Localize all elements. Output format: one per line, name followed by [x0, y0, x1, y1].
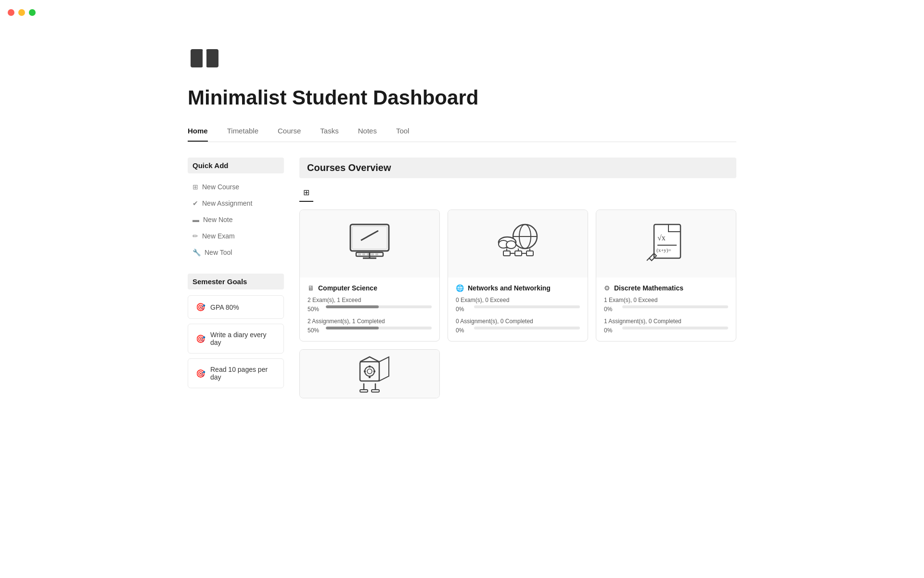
quick-add-note-label: New Note [203, 216, 232, 223]
course-net-assignments: 0 Assignment(s), 0 Completed [456, 318, 580, 325]
course-math-assignments: 1 Assignment(s), 0 Completed [604, 318, 728, 325]
svg-rect-1 [206, 49, 218, 67]
cs-assign-progress [326, 327, 432, 329]
course-card-4 [299, 349, 440, 398]
goal-reading-label: Read 10 pages per day [210, 366, 276, 381]
svg-rect-43 [372, 390, 379, 392]
svg-rect-4 [352, 226, 387, 249]
math-exams-progress [622, 305, 728, 308]
course-card-cs: 🖥 Computer Science 2 Exam(s), 1 Exceed 5… [299, 210, 440, 342]
svg-point-19 [506, 241, 516, 249]
course-math-image: √x (x+y)= [596, 210, 736, 277]
course-math-exams: 1 Exam(s), 0 Exceed [604, 297, 728, 303]
svg-line-32 [647, 258, 649, 261]
quick-add-assignment[interactable]: ✔ New Assignment [188, 196, 284, 211]
titlebar [0, 0, 924, 25]
course-cs-image [300, 210, 439, 277]
quick-add-exam-label: New Exam [202, 232, 235, 240]
sidebar: Quick Add ⊞ New Course ✔ New Assignment … [188, 158, 284, 398]
quick-add-list: ⊞ New Course ✔ New Assignment ▬ New Note… [188, 179, 284, 260]
quick-add-assignment-label: New Assignment [202, 199, 252, 207]
svg-rect-10 [371, 253, 374, 255]
quick-add-tool-label: New Tool [205, 249, 232, 256]
quick-add-course-label: New Course [202, 183, 239, 191]
svg-rect-42 [360, 390, 368, 392]
math-assign-progress [622, 327, 728, 329]
goal-reading: 🎯 Read 10 pages per day [188, 358, 284, 388]
semester-goals-list: 🎯 GPA 80% 🎯 Write a diary every day 🎯 Re… [188, 295, 284, 388]
course-cs-body: 🖥 Computer Science 2 Exam(s), 1 Exceed 5… [300, 277, 439, 341]
cs-name-icon: 🖥 [308, 284, 314, 292]
goal-reading-icon: 🎯 [196, 369, 205, 378]
goal-gpa: 🎯 GPA 80% [188, 295, 284, 319]
goal-diary-label: Write a diary every day [210, 331, 276, 346]
svg-rect-2 [203, 50, 206, 67]
goal-diary: 🎯 Write a diary every day [188, 324, 284, 354]
tab-tasks[interactable]: Tasks [320, 123, 338, 142]
close-button[interactable] [8, 9, 14, 16]
goal-gpa-label: GPA 80% [210, 303, 239, 311]
tab-notes[interactable]: Notes [358, 123, 377, 142]
quick-add-course[interactable]: ⊞ New Course [188, 179, 284, 195]
note-icon: ▬ [192, 216, 199, 223]
svg-text:√x: √x [657, 234, 666, 242]
quick-add-title: Quick Add [188, 158, 284, 173]
svg-rect-11 [375, 253, 378, 255]
math-assign-pct: 0% [604, 327, 618, 334]
math-name-icon: ⚙ [604, 284, 610, 292]
svg-rect-7 [358, 253, 361, 255]
course-math-name: Discrete Mathematics [614, 284, 683, 292]
cs-exams-pct: 50% [308, 306, 322, 313]
svg-rect-39 [373, 370, 375, 372]
course-math-body: ⚙ Discrete Mathematics 1 Exam(s), 0 Exce… [596, 277, 736, 341]
svg-rect-38 [364, 370, 366, 372]
svg-rect-22 [526, 251, 533, 256]
course-icon: ⊞ [192, 183, 198, 191]
quick-add-note[interactable]: ▬ New Note [188, 212, 284, 227]
svg-rect-21 [515, 251, 522, 256]
net-name-icon: 🌐 [456, 284, 464, 292]
main-area: Courses Overview ⊞ [299, 158, 736, 398]
quick-add-tool[interactable]: 🔧 New Tool [188, 245, 284, 260]
course-net-name: Networks and Networking [468, 284, 551, 292]
courses-grid: 🖥 Computer Science 2 Exam(s), 1 Exceed 5… [299, 210, 736, 398]
svg-point-34 [365, 367, 374, 376]
svg-rect-20 [503, 251, 510, 256]
course-card-math: √x (x+y)= ⚙ Discrete [596, 210, 736, 342]
cs-assign-pct: 50% [308, 327, 322, 334]
page-title: Minimalist Student Dashboard [188, 86, 736, 109]
quick-add-exam[interactable]: ✏ New Exam [188, 228, 284, 244]
svg-rect-0 [191, 49, 203, 67]
cs-exams-fill [326, 305, 379, 308]
svg-rect-36 [369, 366, 371, 368]
assignment-icon: ✔ [192, 199, 198, 207]
view-toggle: ⊞ [299, 186, 313, 202]
tab-home[interactable]: Home [188, 123, 208, 142]
grid-view-button[interactable]: ⊞ [299, 186, 313, 199]
net-exams-pct: 0% [456, 306, 470, 313]
goal-diary-icon: 🎯 [196, 334, 205, 343]
goal-gpa-icon: 🎯 [196, 302, 205, 312]
svg-rect-37 [369, 376, 371, 378]
svg-rect-8 [362, 253, 365, 255]
exam-icon: ✏ [192, 232, 198, 240]
tab-tool[interactable]: Tool [396, 123, 410, 142]
net-exams-progress [474, 305, 580, 308]
math-exams-pct: 0% [604, 306, 618, 313]
course-net-image [448, 210, 588, 277]
tool-icon: 🔧 [192, 249, 201, 256]
svg-point-35 [367, 369, 372, 374]
semester-goals-title: Semester Goals [188, 274, 284, 289]
tab-course[interactable]: Course [278, 123, 301, 142]
maximize-button[interactable] [29, 9, 36, 16]
nav-tabs: Home Timetable Course Tasks Notes Tool [188, 123, 736, 142]
net-assign-progress [474, 327, 580, 329]
svg-text:(x+y)=: (x+y)= [656, 247, 671, 253]
tab-timetable[interactable]: Timetable [227, 123, 258, 142]
app-icon [188, 44, 736, 79]
cs-assign-fill [326, 327, 379, 329]
courses-overview-title: Courses Overview [299, 158, 736, 178]
course-4-image [300, 350, 439, 398]
minimize-button[interactable] [18, 9, 25, 16]
course-net-exams: 0 Exam(s), 0 Exceed [456, 297, 580, 303]
